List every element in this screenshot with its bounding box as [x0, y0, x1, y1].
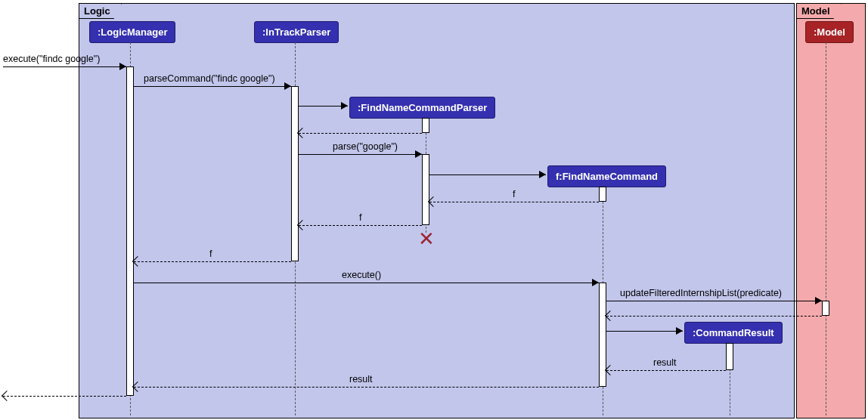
activation-find-name-command-parser-2 [422, 154, 429, 225]
destroy-icon: ✕ [418, 229, 435, 249]
arrow-return-f3 [134, 261, 291, 262]
arrowhead [341, 102, 348, 110]
arrow-parse-command [134, 86, 291, 87]
arrow-return-f1 [429, 202, 599, 202]
msg-execute: execute() [342, 270, 381, 280]
participant-logic-manager: :LogicManager [89, 21, 175, 43]
arrowhead [119, 63, 126, 70]
arrow-parse-google [299, 154, 422, 155]
participant-find-name-command-parser: :FindNameCommandParser [349, 97, 495, 119]
msg-f1: f [513, 189, 515, 199]
participant-intrack-parser: :InTrackParser [254, 21, 339, 43]
arrowhead [592, 279, 599, 286]
arrow-return-fncp-create [299, 133, 422, 134]
arrow-update-filtered [606, 301, 822, 301]
msg-parse-google: parse("google") [333, 141, 398, 152]
msg-update-filtered: updateFilteredInternshipList(predicate) [620, 288, 782, 298]
activation-intrack-parser [291, 86, 299, 261]
activation-command-result [726, 343, 733, 370]
arrow-return-f2 [299, 225, 422, 226]
model-frame-label: Model [797, 4, 842, 19]
arrow-return-model [606, 316, 822, 317]
arrowhead [415, 150, 422, 158]
lifeline-model [826, 42, 826, 415]
activation-find-name-command-1 [599, 187, 606, 202]
msg-f2: f [359, 212, 361, 223]
model-frame: Model [796, 3, 866, 418]
msg-result2: result [349, 374, 373, 384]
msg-execute-findc: execute("findc google") [3, 54, 100, 64]
arrowhead [539, 171, 546, 178]
arrowhead [815, 297, 822, 304]
activation-find-name-command-parser-1 [422, 118, 429, 133]
participant-command-result: :CommandResult [684, 322, 783, 344]
arrow-create-command-result [606, 331, 683, 332]
participant-model: :Model [805, 21, 854, 43]
arrow-return-result1 [606, 370, 726, 371]
msg-result1: result [653, 357, 677, 368]
arrow-return-result2 [134, 387, 599, 388]
arrowhead [676, 327, 683, 335]
arrow-final-return [3, 396, 126, 397]
logic-frame: Logic [79, 3, 795, 418]
sequence-diagram: Logic Model :LogicManager :InTrackParser… [0, 0, 868, 420]
arrow-execute [134, 283, 599, 283]
activation-logic-manager [126, 66, 134, 396]
msg-parse-command: parseCommand("findc google") [144, 73, 275, 84]
arrow-create-fnc [429, 174, 546, 175]
arrowhead [284, 82, 291, 90]
msg-f3: f [209, 249, 212, 259]
logic-frame-label: Logic [79, 4, 122, 19]
arrowhead [2, 391, 12, 401]
arrow-execute-findc [3, 66, 126, 67]
participant-find-name-command: f:FindNameCommand [547, 165, 666, 187]
activation-model [822, 301, 829, 316]
